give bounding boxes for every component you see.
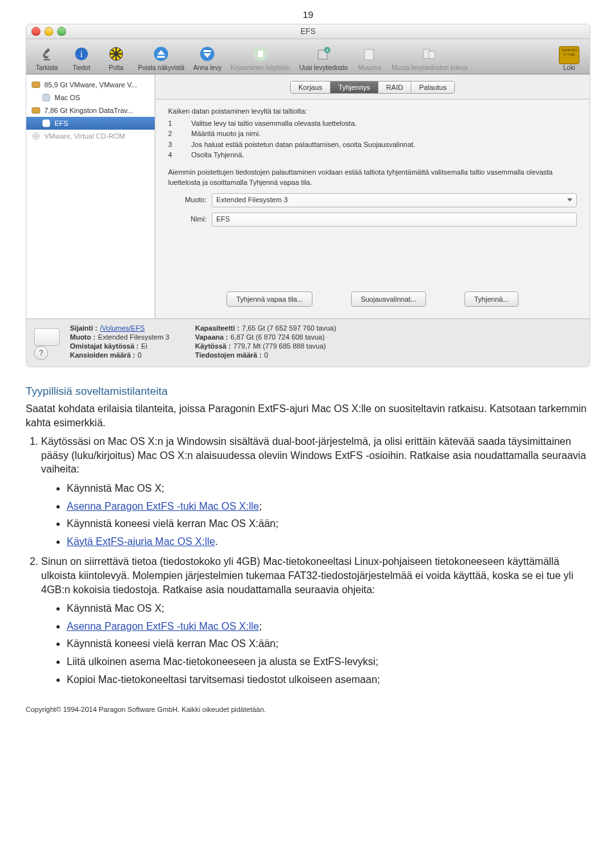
info-line: Sijainti : /Volumes/EFS bbox=[70, 324, 169, 332]
intro-paragraph: Saatat kohdata erilaisia tilanteita, joi… bbox=[26, 402, 590, 429]
scenario-1-text: Käytössäsi on Mac OS X:n ja Windowsin si… bbox=[41, 436, 586, 474]
svg-text:i: i bbox=[80, 49, 83, 59]
instructions-title: Kaiken datan poistaminen levyltä tai tal… bbox=[168, 106, 577, 117]
instruction-step: 2Määritä muoto ja nimi. bbox=[168, 128, 577, 139]
svg-rect-17 bbox=[43, 94, 50, 101]
format-label: Muoto: bbox=[168, 195, 207, 205]
toolbar-polta[interactable]: Polta bbox=[99, 42, 133, 74]
info-line: Muoto : Extended Filesystem 3 bbox=[70, 333, 169, 341]
sidebar-item[interactable]: EFS bbox=[26, 117, 155, 130]
erase-panel: Kaiken datan poistaminen levyltä tai tal… bbox=[155, 100, 590, 318]
copyright: Copyright© 1994-2014 Paragon Software Gm… bbox=[26, 706, 590, 713]
format-select[interactable]: Extended Filesystem 3 bbox=[212, 193, 577, 207]
tab-bar: KorjausTyhjennysRAIDPalautus bbox=[155, 74, 590, 100]
toolbar-log[interactable]: WARNINV 7:86Loki bbox=[552, 44, 586, 74]
toolbar-icon bbox=[252, 45, 270, 63]
toolbar-poista-n-kyvist-[interactable]: Poista näkyvistä bbox=[134, 42, 188, 74]
list-item: Käynnistä koneesi vielä kerran Mac OS X:… bbox=[67, 637, 590, 651]
name-input[interactable]: EFS bbox=[212, 212, 577, 227]
toolbar-icon bbox=[152, 45, 170, 63]
info-line: Omistajat käytössä : Ei bbox=[70, 342, 169, 350]
svg-point-21 bbox=[35, 135, 37, 137]
page-number: 19 bbox=[26, 9, 590, 20]
info-line: Käytössä : 779,7 Mt (779 685 888 tavua) bbox=[195, 342, 336, 350]
toolbar-uusi-levytiedosto[interactable]: +Uusi levytiedosto bbox=[296, 42, 352, 74]
list-item: Käytä ExtFS-ajuria Mac OS X:lle. bbox=[67, 535, 590, 549]
button-suojausvalinnat-[interactable]: Suojausvalinnat... bbox=[351, 291, 426, 307]
tab-raid[interactable]: RAID bbox=[379, 82, 411, 93]
list-item: Käynnistä Mac OS X; bbox=[67, 602, 590, 616]
list-item: Asenna Paragon ExtFS -tuki Mac OS X:lle; bbox=[67, 619, 590, 634]
toolbar-icon bbox=[420, 45, 438, 63]
tab-korjaus[interactable]: Korjaus bbox=[291, 82, 330, 93]
toolbar-icon bbox=[107, 45, 125, 63]
scenario-1: Käytössäsi on Mac OS X:n ja Windowsin si… bbox=[41, 435, 590, 548]
button-tyhjenn-vapaa-tila-[interactable]: Tyhjennä vapaa tila... bbox=[227, 291, 312, 307]
info-line: Tiedostojen määrä : 0 bbox=[195, 351, 336, 359]
svg-rect-19 bbox=[43, 120, 50, 127]
help-button[interactable]: ? bbox=[34, 346, 48, 360]
info-line: Kapasiteetti : 7,65 Gt (7 652 597 760 ta… bbox=[195, 324, 336, 332]
info-line: Vapaana : 6,87 Gt (6 870 724 608 tavua) bbox=[195, 333, 336, 341]
sidebar-item[interactable]: Mac OS bbox=[26, 91, 155, 104]
disk-icon bbox=[34, 328, 60, 346]
list-item: Liitä ulkoinen asema Mac-tietokoneeseen … bbox=[67, 655, 590, 669]
sidebar-item[interactable]: 7,86 Gt Kingston DataTrav... bbox=[26, 104, 155, 117]
svg-rect-16 bbox=[32, 82, 40, 88]
instruction-step: 1Valitse levy tai taltio vasemmalla olev… bbox=[168, 118, 577, 129]
toolbar-icon: i bbox=[73, 45, 90, 63]
list-item: Käynnistä koneesi vielä kerran Mac OS X:… bbox=[67, 517, 590, 531]
scenario-2: Sinun on siirrettävä tietoa (tiedostokok… bbox=[41, 555, 590, 686]
doc-link[interactable]: Asenna Paragon ExtFS -tuki Mac OS X:lle bbox=[67, 501, 259, 512]
path-link[interactable]: /Volumes/EFS bbox=[100, 324, 145, 332]
window-title: EFS bbox=[26, 27, 590, 36]
instruction-step: 3Jos haluat estää poistetun datan palaut… bbox=[168, 139, 577, 150]
svg-rect-13 bbox=[364, 49, 373, 60]
toolbar-kirjaaminen-k-ytt-n: Kirjaaminen käyttöön bbox=[227, 42, 294, 74]
svg-rect-15 bbox=[429, 51, 435, 58]
sidebar: 85,9 Gt VMware, VMware V...Mac OS7,86 Gt… bbox=[26, 74, 155, 318]
name-label: Nimi: bbox=[168, 214, 207, 225]
scenario-2-text: Sinun on siirrettävä tietoa (tiedostokok… bbox=[41, 556, 573, 594]
sidebar-item[interactable]: VMware, Virtual CD-ROM bbox=[26, 130, 155, 143]
tab-palautus[interactable]: Palautus bbox=[411, 82, 454, 93]
toolbar-icon bbox=[38, 45, 56, 63]
sidebar-item[interactable]: 85,9 Gt VMware, VMware V... bbox=[26, 78, 155, 91]
doc-link[interactable]: Käytä ExtFS-ajuria Mac OS X:lle bbox=[67, 536, 215, 547]
svg-rect-18 bbox=[32, 108, 40, 114]
info-line: Kansioiden määrä : 0 bbox=[70, 351, 169, 359]
titlebar: EFS bbox=[26, 24, 590, 39]
doc-link[interactable]: Asenna Paragon ExtFS -tuki Mac OS X:lle bbox=[67, 621, 259, 632]
svg-text:+: + bbox=[326, 48, 329, 53]
instructions-paragraph: Aiemmin poistettujen tiedostojen palautt… bbox=[168, 167, 577, 188]
list-item: Kopioi Mac-tietokoneeltasi tarvitsemasi … bbox=[67, 673, 590, 687]
list-item: Asenna Paragon ExtFS -tuki Mac OS X:lle; bbox=[67, 499, 590, 514]
button-tyhjenn-[interactable]: Tyhjennä... bbox=[465, 291, 518, 307]
toolbar-anna-levy[interactable]: Anna levy bbox=[189, 42, 225, 74]
list-item: Käynnistä Mac OS X; bbox=[67, 481, 590, 496]
toolbar-icon bbox=[361, 45, 379, 63]
toolbar-tarkista[interactable]: Tarkista bbox=[30, 42, 64, 74]
toolbar-tiedot[interactable]: iTiedot bbox=[65, 42, 98, 74]
toolbar: TarkistaiTiedotPoltaPoista näkyvistäAnna… bbox=[26, 39, 590, 74]
tab-tyhjennys[interactable]: Tyhjennys bbox=[330, 82, 379, 93]
toolbar-muuta-levytiedoston-kokoa: Muuta levytiedoston kokoa bbox=[388, 42, 471, 74]
toolbar-icon: + bbox=[314, 45, 332, 63]
toolbar-muunna: Muunna bbox=[353, 42, 386, 74]
toolbar-icon bbox=[198, 45, 216, 63]
instruction-step: 4Osoita Tyhjennä. bbox=[168, 150, 577, 160]
info-footer: ? Sijainti : /Volumes/EFSMuoto : Extende… bbox=[26, 318, 590, 367]
screenshot-window: EFS TarkistaiTiedotPoltaPoista näkyvistä… bbox=[26, 24, 590, 367]
section-heading: Tyypillisiä soveltamistilanteita bbox=[26, 385, 590, 398]
